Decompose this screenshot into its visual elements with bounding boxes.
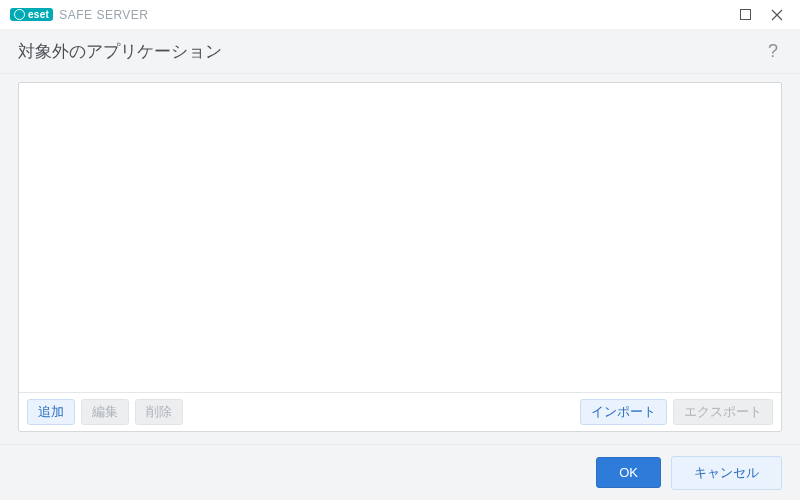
titlebar: eset SAFE SERVER xyxy=(0,0,800,30)
dialog-footer: OK キャンセル xyxy=(0,444,800,500)
brand: eset SAFE SERVER xyxy=(10,8,149,22)
page-title: 対象外のアプリケーション xyxy=(18,40,222,63)
dialog-body: 追加 編集 削除 インポート エクスポート xyxy=(0,74,800,444)
help-icon[interactable]: ? xyxy=(764,39,782,64)
import-button[interactable]: インポート xyxy=(580,399,667,425)
brand-logo: eset xyxy=(10,8,53,21)
dialog-header: 対象外のアプリケーション ? xyxy=(0,30,800,74)
edit-button: 編集 xyxy=(81,399,129,425)
maximize-icon[interactable] xyxy=(736,6,754,24)
svg-rect-0 xyxy=(740,10,750,20)
delete-button: 削除 xyxy=(135,399,183,425)
brand-product-name: SAFE SERVER xyxy=(59,8,148,22)
cancel-button[interactable]: キャンセル xyxy=(671,456,782,490)
list-toolbar: 追加 編集 削除 インポート エクスポート xyxy=(19,392,781,431)
exclusion-list[interactable] xyxy=(19,83,781,392)
window-controls xyxy=(736,6,786,24)
export-button: エクスポート xyxy=(673,399,773,425)
close-icon[interactable] xyxy=(768,6,786,24)
ok-button[interactable]: OK xyxy=(596,457,661,488)
exclusion-list-box: 追加 編集 削除 インポート エクスポート xyxy=(18,82,782,432)
add-button[interactable]: 追加 xyxy=(27,399,75,425)
